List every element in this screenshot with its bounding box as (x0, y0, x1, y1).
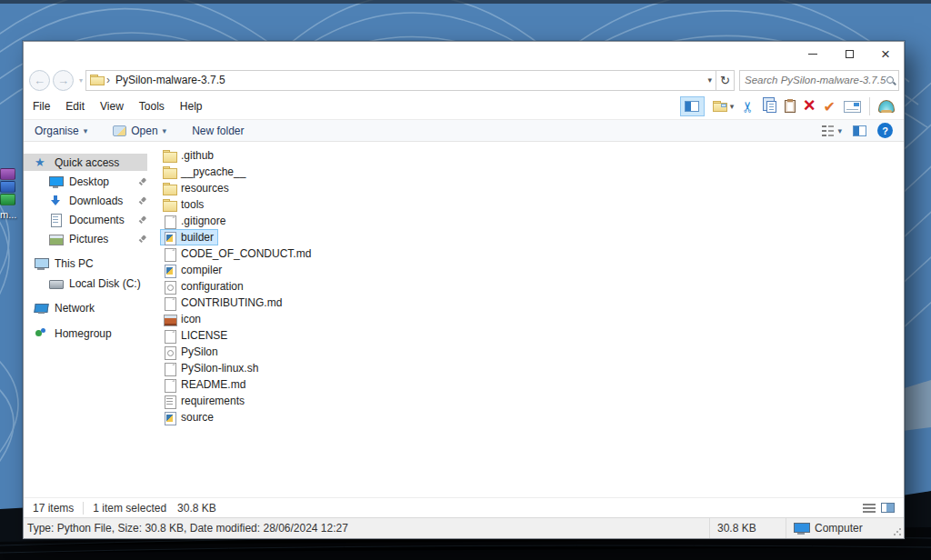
minimize-button[interactable] (795, 43, 831, 65)
folder-icon (90, 75, 105, 85)
file-name: PySilon-linux.sh (181, 362, 258, 375)
file-name: PySilon (181, 345, 218, 358)
search-icon[interactable] (886, 76, 894, 84)
file-row[interactable]: requirements (160, 393, 249, 409)
status-divider (83, 502, 84, 515)
desktop-shortcut-icon[interactable]: m... (0, 168, 18, 220)
new-folder-tool-button[interactable]: ▾ (713, 101, 735, 112)
file-list: .github __pycache__ resources tools .git… (160, 147, 895, 425)
computer-icon (35, 257, 48, 270)
new-folder-icon (713, 101, 727, 112)
python-file-icon (163, 264, 176, 277)
file-row[interactable]: README.md (160, 376, 250, 393)
star-icon (35, 156, 48, 169)
search-box[interactable] (739, 70, 899, 91)
file-row[interactable]: PySilon (160, 344, 223, 360)
sidebar-item-this-pc[interactable]: This PC (24, 255, 147, 272)
command-bar-right: ▾ ? (822, 123, 893, 138)
search-input[interactable] (745, 75, 886, 85)
file-row[interactable]: icon (160, 311, 205, 327)
file-row[interactable]: PySilon-linux.sh (160, 360, 263, 376)
file-icon (163, 296, 176, 310)
title-bar[interactable] (24, 42, 904, 66)
sidebar-item-homegroup[interactable]: Homegroup (24, 325, 147, 342)
preview-pane-icon[interactable] (853, 125, 866, 136)
details-view-icon (822, 125, 834, 136)
cut-icon[interactable] (742, 98, 754, 115)
sidebar-item-pictures[interactable]: Pictures (24, 230, 147, 247)
confirm-icon[interactable] (824, 98, 836, 115)
file-name: .gitignore (181, 215, 225, 227)
file-row[interactable]: LICENSE (160, 327, 232, 344)
folder-icon (163, 198, 176, 212)
rename-icon[interactable] (844, 101, 861, 113)
file-row[interactable]: __pycache__ (160, 164, 250, 180)
delete-icon[interactable] (804, 99, 816, 115)
chevron-down-icon[interactable]: ▾ (730, 102, 735, 111)
items-count: 17 items (33, 502, 74, 515)
breadcrumb[interactable]: PySilon-malware-3.7.5 (115, 74, 225, 86)
chevron-down-icon: ▾ (163, 126, 167, 135)
forward-button[interactable]: → (53, 70, 74, 91)
main-area: Quick access Desktop Downloads Documents (24, 143, 904, 497)
new-folder-button[interactable]: New folder (192, 125, 244, 137)
file-row[interactable]: compiler (160, 262, 226, 278)
address-bar[interactable]: › PySilon-malware-3.7.5 ▾ (85, 70, 716, 91)
new-folder-label: New folder (192, 125, 244, 137)
sidebar-item-quick-access[interactable]: Quick access (24, 154, 147, 171)
open-button[interactable]: Open ▾ (113, 125, 166, 137)
paste-icon[interactable] (785, 100, 796, 113)
menu-file[interactable]: File (33, 100, 50, 113)
sidebar-item-downloads[interactable]: Downloads (24, 192, 147, 209)
sidebar-item-network[interactable]: Network (24, 299, 147, 316)
navigation-bar: ← → ▾ › PySilon-malware-3.7.5 ▾ (24, 66, 904, 94)
file-row[interactable]: .gitignore (160, 213, 230, 229)
selection-size: 30.8 KB (177, 502, 216, 515)
menu-edit[interactable]: Edit (65, 100, 85, 113)
stacked-books-icon (0, 194, 15, 205)
thumbnail-view-icon[interactable] (881, 503, 895, 513)
sidebar-item-label: Local Disk (C:) (69, 277, 141, 290)
recent-locations-chevron-icon[interactable]: ▾ (79, 76, 83, 85)
sidebar-item-local-disk[interactable]: Local Disk (C:) (24, 275, 147, 292)
close-button[interactable] (867, 43, 904, 65)
menu-tools[interactable]: Tools (139, 100, 165, 113)
copy-icon[interactable] (766, 101, 776, 113)
config-file-icon (163, 345, 176, 359)
shell-app-icon[interactable] (878, 100, 895, 113)
back-button[interactable]: ← (29, 70, 50, 91)
file-row[interactable]: CODE_OF_CONDUCT.md (160, 245, 315, 262)
python-file-icon (163, 231, 176, 245)
sidebar-item-desktop[interactable]: Desktop (24, 173, 147, 190)
python-file-icon (163, 411, 176, 425)
refresh-button[interactable] (716, 70, 735, 91)
resize-grip[interactable] (893, 527, 902, 536)
file-row-selected[interactable]: builder (160, 229, 218, 245)
file-row[interactable]: CONTRIBUTING.md (160, 295, 286, 311)
close-icon (881, 46, 890, 62)
file-icon (163, 247, 176, 261)
toolbar: ▾ (680, 96, 895, 116)
maximize-button[interactable] (831, 43, 867, 65)
menu-help[interactable]: Help (180, 100, 203, 113)
file-row[interactable]: source (160, 409, 218, 425)
address-dropdown-chevron-icon[interactable]: ▾ (707, 75, 712, 85)
help-icon[interactable]: ? (877, 123, 893, 138)
list-view-icon[interactable] (863, 504, 876, 513)
file-row[interactable]: .github (160, 147, 218, 164)
file-row[interactable]: configuration (160, 278, 248, 295)
preview-pane-toggle-button[interactable] (680, 96, 705, 116)
sidebar-item-documents[interactable]: Documents (24, 211, 147, 228)
view-options-button[interactable]: ▾ (822, 125, 842, 136)
file-name: requirements (181, 395, 245, 407)
file-name: compiler (181, 264, 222, 276)
sidebar-item-label: Pictures (69, 233, 108, 245)
organise-label: Organise (35, 125, 79, 137)
file-row[interactable]: resources (160, 180, 234, 196)
image-file-icon (163, 313, 176, 326)
details-section: Type: Python File, Size: 30.8 KB, Date m… (24, 518, 710, 538)
chevron-down-icon: ▾ (84, 126, 88, 135)
file-row[interactable]: tools (160, 196, 208, 213)
organise-button[interactable]: Organise ▾ (35, 125, 87, 137)
menu-view[interactable]: View (100, 100, 124, 113)
